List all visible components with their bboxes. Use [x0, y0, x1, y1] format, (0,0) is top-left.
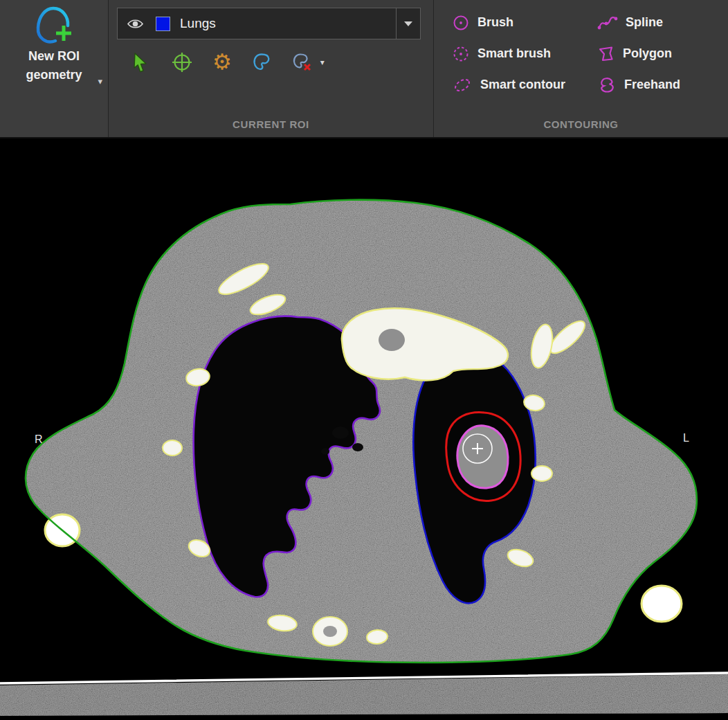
air-pocket [352, 443, 363, 451]
contour-shape-tool[interactable] [251, 52, 272, 73]
dropdown-caret-icon[interactable]: ▾ [98, 76, 102, 87]
contouring-tools: Brush Smart brush Smart contour [434, 0, 728, 100]
orientation-left-label: L [683, 432, 689, 444]
contouring-group: Brush Smart brush Smart contour [434, 0, 728, 137]
tool-brush[interactable]: Brush [452, 7, 565, 38]
ct-viewport[interactable]: R L [0, 138, 728, 720]
select-arrow-tool[interactable] [131, 52, 152, 73]
new-roi-label: New ROI geometry [0, 47, 108, 84]
orientation-right-label: R [35, 433, 43, 445]
dropdown-caret-icon[interactable]: ▾ [320, 57, 325, 67]
roi-selector[interactable]: Lungs [117, 8, 421, 39]
roi-name: Lungs [180, 16, 396, 31]
tool-spline[interactable]: Spline [597, 7, 680, 38]
ct-image[interactable]: R L [0, 138, 728, 720]
new-roi-geometry-button[interactable]: New ROI geometry ▾ [0, 0, 109, 137]
settings-gear-icon[interactable]: ⚙ [212, 52, 232, 73]
roi-geometry-icon [32, 4, 76, 47]
smart-brush-icon [452, 45, 470, 63]
ribbon-toolbar: New ROI geometry ▾ Lungs [0, 0, 728, 138]
roi-color-swatch[interactable] [156, 17, 170, 31]
roi-tool-row: ⚙ ▾ [131, 48, 433, 76]
chevron-down-icon [404, 21, 412, 26]
visibility-eye-icon[interactable] [118, 17, 152, 30]
tool-smart-brush[interactable]: Smart brush [452, 38, 565, 69]
tool-freehand[interactable]: Freehand [597, 69, 680, 100]
current-roi-section-label: CURRENT ROI [109, 118, 433, 130]
tool-smart-contour[interactable]: Smart contour [452, 69, 565, 100]
freehand-icon [597, 76, 617, 94]
spline-icon [597, 14, 618, 32]
roi-dropdown-button[interactable] [396, 8, 420, 39]
current-roi-group: Lungs ⚙ [109, 0, 434, 137]
smart-contour-icon [452, 76, 473, 94]
air-pocket [332, 426, 349, 439]
contouring-section-label: CONTOURING [434, 118, 728, 130]
polygon-icon [597, 45, 615, 63]
air-pocket [321, 448, 329, 455]
contour-delete-tool[interactable] [291, 52, 313, 73]
spinal-canal [379, 329, 405, 351]
humerus-right-bone [641, 586, 682, 622]
target-crosshair-tool[interactable] [171, 51, 193, 73]
tool-polygon[interactable]: Polygon [597, 38, 680, 69]
brush-icon [452, 14, 470, 32]
bone-center [323, 626, 337, 637]
